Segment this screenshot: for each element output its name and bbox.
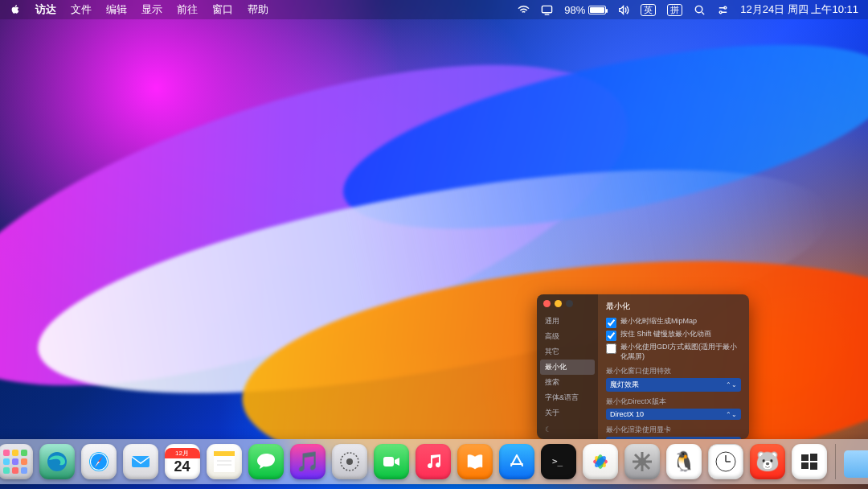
dock-app-facetime[interactable] (374, 444, 409, 479)
option-mipmap[interactable]: 最小化时缩生成MipMap (606, 317, 741, 328)
theme-toggle[interactable]: ☾ (537, 421, 598, 438)
menu-go[interactable]: 前往 (177, 2, 198, 17)
svg-rect-14 (132, 456, 149, 467)
battery-percent-text: 98% (564, 4, 585, 16)
select-effect-value: 魔灯效果 (610, 380, 639, 390)
option-shift-slow[interactable]: 按住 Shift 键慢放最小化动画 (606, 330, 741, 341)
dock-app-app-store[interactable] (499, 444, 534, 479)
svg-text:>_: >_ (552, 456, 563, 466)
penguin-icon: 🐧 (672, 450, 696, 473)
dock-app-terminal[interactable]: >_ (541, 444, 576, 479)
wifi-icon[interactable] (518, 4, 530, 16)
sidebar-item-general[interactable]: 通用 (537, 314, 598, 329)
dock-app-windows[interactable] (792, 444, 827, 479)
dock: 12月 24 🎵 >_ (0, 439, 868, 484)
svg-rect-38 (810, 462, 817, 470)
dock-app-notes[interactable] (207, 444, 242, 479)
settings-sidebar: 通用 高级 其它 最小化 搜索 字体&语言 关于 ☾ (537, 294, 598, 439)
dock-app-messages[interactable] (248, 444, 284, 479)
chevron-updown-icon: ⌃⌄ (726, 411, 737, 418)
select-directx[interactable]: DirectX 10 ⌃⌄ (606, 409, 741, 420)
input-method-en[interactable]: 英 (641, 4, 656, 16)
dock-app-mail[interactable] (123, 444, 158, 479)
apple-menu-icon[interactable] (10, 4, 21, 15)
option-gdi[interactable]: 最小化使用GDI方式截图(适用于最小化黑屏) (606, 343, 741, 361)
svg-rect-21 (383, 457, 394, 466)
sidebar-item-advanced[interactable]: 高级 (537, 329, 598, 344)
menu-window[interactable]: 窗口 (212, 2, 233, 17)
control-center-icon[interactable] (717, 4, 729, 16)
dock-app-safari[interactable] (81, 444, 117, 479)
dock-app-wolai[interactable] (332, 444, 367, 479)
spotlight-icon[interactable] (694, 4, 706, 16)
dock-downloads-folder[interactable] (844, 450, 869, 478)
calendar-day: 24 (174, 458, 190, 475)
option-mipmap-label: 最小化时缩生成MipMap (620, 317, 697, 327)
app-menu[interactable]: 访达 (35, 2, 56, 17)
dock-app-clock[interactable] (708, 444, 743, 479)
svg-rect-0 (542, 6, 552, 12)
checkbox-mipmap[interactable] (606, 318, 616, 328)
svg-rect-15 (214, 451, 235, 456)
battery-icon (588, 6, 606, 14)
dock-app-system-settings[interactable] (624, 444, 660, 479)
select-effect[interactable]: 魔灯效果 ⌃⌄ (606, 378, 741, 392)
dock-app-bear[interactable]: 🐻 (750, 444, 785, 479)
menu-help[interactable]: 帮助 (248, 2, 268, 17)
sidebar-item-search[interactable]: 搜索 (537, 375, 598, 390)
checkbox-shift-slow[interactable] (606, 331, 616, 341)
settings-window: 通用 高级 其它 最小化 搜索 字体&语言 关于 ☾ 最小化 最小化时缩生成Mi… (537, 294, 749, 439)
screen-mirroring-icon[interactable] (541, 4, 553, 16)
select-directx-value: DirectX 10 (610, 410, 644, 418)
menu-view[interactable]: 显示 (141, 2, 162, 17)
checkbox-gdi[interactable] (606, 343, 616, 354)
menu-file[interactable]: 文件 (71, 2, 92, 17)
dock-app-music-alt[interactable]: 🎵 (290, 444, 326, 479)
label-directx: 最小化DirectX版本 (606, 397, 741, 407)
label-effect: 最小化窗口使用特效 (606, 366, 741, 376)
dock-app-photos[interactable] (583, 444, 618, 479)
volume-icon[interactable] (617, 4, 629, 16)
music-note-icon: 🎵 (296, 450, 320, 473)
svg-rect-16 (214, 456, 235, 472)
dock-app-calendar[interactable]: 12月 24 (165, 444, 200, 479)
dock-app-apple-music[interactable] (416, 444, 451, 479)
svg-point-20 (346, 458, 353, 465)
dock-separator (835, 444, 836, 479)
panel-title: 最小化 (606, 301, 741, 312)
dock-app-books[interactable] (457, 444, 493, 479)
sidebar-item-font-lang[interactable]: 字体&语言 (537, 390, 598, 405)
menu-edit[interactable]: 编辑 (106, 2, 127, 17)
option-shift-slow-label: 按住 Shift 键慢放最小化动画 (620, 330, 711, 339)
dock-app-edge[interactable] (39, 444, 75, 479)
svg-point-1 (696, 6, 702, 12)
sidebar-item-about[interactable]: 关于 (537, 405, 598, 421)
sidebar-item-minimize[interactable]: 最小化 (540, 360, 595, 375)
svg-point-2 (724, 6, 727, 9)
menu-bar: 访达 文件 编辑 显示 前往 窗口 帮助 98% 英 拼 12月24日 周四 上… (0, 0, 868, 19)
sidebar-item-other[interactable]: 其它 (537, 344, 598, 360)
bear-icon: 🐻 (755, 450, 780, 473)
svg-rect-37 (801, 462, 809, 469)
chevron-updown-icon: ⌃⌄ (726, 381, 737, 388)
battery-status[interactable]: 98% (564, 4, 606, 16)
svg-point-3 (720, 10, 723, 13)
calendar-month: 12月 (165, 448, 200, 458)
option-gdi-label: 最小化使用GDI方式截图(适用于最小化黑屏) (620, 343, 741, 361)
label-gpu: 最小化渲染使用显卡 (606, 425, 741, 435)
input-method-pinyin[interactable]: 拼 (667, 4, 682, 16)
window-zoom-button[interactable] (566, 300, 573, 307)
datetime[interactable]: 12月24日 周四 上午10:11 (740, 2, 858, 17)
window-minimize-button[interactable] (555, 300, 562, 307)
window-controls (543, 300, 573, 307)
svg-rect-36 (810, 454, 817, 461)
dock-app-launchpad[interactable] (0, 444, 33, 479)
dock-app-qq[interactable]: 🐧 (666, 444, 702, 479)
svg-rect-35 (801, 454, 809, 461)
window-close-button[interactable] (543, 300, 551, 307)
settings-panel: 最小化 最小化时缩生成MipMap 按住 Shift 键慢放最小化动画 最小化使… (598, 294, 749, 439)
